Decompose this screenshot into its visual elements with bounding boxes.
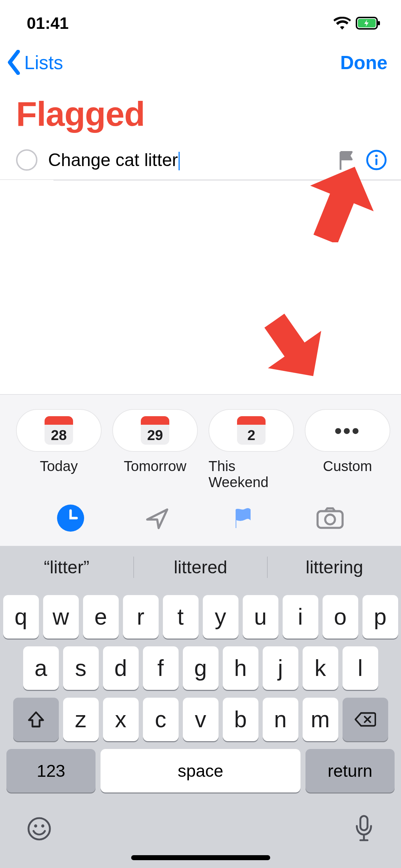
flag-button[interactable] (230, 505, 256, 531)
quick-toolbar: 28 Today 29 Tomorrow 2 This Weekend ••• … (0, 394, 401, 546)
quick-today[interactable]: 28 Today (16, 409, 102, 490)
ellipsis-icon: ••• (335, 419, 361, 443)
quick-date-row: 28 Today 29 Tomorrow 2 This Weekend ••• … (16, 409, 385, 490)
key-o[interactable]: o (323, 595, 358, 639)
key-s[interactable]: s (63, 646, 99, 690)
key-row-4: 123 space return (3, 749, 398, 800)
key-f[interactable]: f (143, 646, 179, 690)
camera-button[interactable] (316, 507, 344, 529)
annotation-arrow-icon (257, 308, 324, 383)
svg-marker-14 (257, 308, 324, 383)
reminder-text-input[interactable]: Change cat litter (48, 150, 327, 171)
quick-label: Tomorrow (124, 458, 186, 474)
key-x[interactable]: x (103, 698, 139, 741)
status-bar: 01:41 (0, 0, 401, 46)
keyboard-suggestions: “litter” littered littering (0, 546, 401, 589)
suggestion-2[interactable]: littered (134, 557, 267, 578)
key-h[interactable]: h (223, 646, 258, 690)
svg-point-9 (29, 818, 50, 839)
quick-tomorrow[interactable]: 29 Tomorrow (112, 409, 198, 490)
reminder-text-value: Change cat litter (48, 150, 178, 170)
quick-label: Custom (323, 458, 372, 474)
chevron-left-icon (5, 50, 23, 75)
shift-icon (27, 710, 45, 729)
svg-point-10 (34, 825, 37, 828)
key-m[interactable]: m (303, 698, 338, 741)
key-v[interactable]: v (183, 698, 219, 741)
key-k[interactable]: k (303, 646, 338, 690)
key-w[interactable]: w (43, 595, 79, 639)
quick-label: This Weekend (209, 458, 294, 490)
page-title: Flagged (0, 80, 401, 141)
quick-weekend[interactable]: 2 This Weekend (209, 409, 294, 490)
text-cursor (179, 152, 180, 170)
back-label: Lists (24, 52, 63, 73)
svg-marker-13 (303, 164, 374, 242)
key-z[interactable]: z (63, 698, 99, 741)
key-e[interactable]: e (83, 595, 119, 639)
annotation-arrow-icon (303, 164, 374, 242)
key-t[interactable]: t (163, 595, 199, 639)
calendar-day: 29 (147, 427, 163, 443)
key-a[interactable]: a (23, 646, 59, 690)
status-time: 01:41 (27, 14, 69, 33)
key-u[interactable]: u (243, 595, 278, 639)
key-c[interactable]: c (143, 698, 179, 741)
key-p[interactable]: p (363, 595, 398, 639)
calendar-day: 28 (51, 427, 67, 443)
svg-point-8 (325, 515, 335, 524)
svg-point-4 (375, 155, 377, 157)
svg-rect-1 (378, 21, 380, 25)
key-i[interactable]: i (283, 595, 318, 639)
dictation-button[interactable] (354, 815, 374, 843)
svg-rect-5 (375, 159, 377, 165)
quick-label: Today (40, 458, 78, 474)
quick-custom[interactable]: ••• Custom (305, 409, 390, 490)
shift-key[interactable] (13, 698, 59, 741)
key-row-2: a s d f g h j k l (3, 646, 398, 690)
back-button[interactable]: Lists (5, 50, 63, 75)
key-row-3: z x c v b n m (3, 698, 398, 741)
nav-bar: Lists Done (0, 46, 401, 80)
home-indicator[interactable] (131, 855, 270, 860)
location-button[interactable] (144, 505, 170, 531)
key-row-1: q w e r t y u i o p (3, 595, 398, 639)
key-l[interactable]: l (343, 646, 378, 690)
status-icons (334, 17, 381, 30)
svg-point-11 (41, 825, 45, 828)
done-button[interactable]: Done (340, 52, 388, 73)
key-q[interactable]: q (3, 595, 39, 639)
suggestion-3[interactable]: littering (268, 557, 401, 578)
wifi-icon (334, 17, 351, 30)
tool-row (16, 490, 385, 546)
keyboard: q w e r t y u i o p a s d f g h j k l z … (0, 589, 401, 868)
key-r[interactable]: r (123, 595, 159, 639)
emoji-button[interactable] (27, 817, 51, 841)
key-g[interactable]: g (183, 646, 219, 690)
time-button[interactable] (57, 505, 84, 532)
key-d[interactable]: d (103, 646, 139, 690)
key-b[interactable]: b (223, 698, 258, 741)
calendar-day: 2 (247, 427, 255, 443)
numbers-key[interactable]: 123 (6, 749, 96, 792)
backspace-icon (355, 712, 376, 727)
svg-rect-12 (360, 816, 367, 830)
space-key[interactable]: space (101, 749, 300, 792)
key-n[interactable]: n (263, 698, 298, 741)
key-y[interactable]: y (203, 595, 238, 639)
backspace-key[interactable] (343, 698, 388, 741)
key-j[interactable]: j (263, 646, 298, 690)
battery-charging-icon (356, 17, 381, 30)
complete-toggle[interactable] (16, 149, 37, 171)
suggestion-1[interactable]: “litter” (0, 557, 133, 578)
return-key[interactable]: return (305, 749, 395, 792)
